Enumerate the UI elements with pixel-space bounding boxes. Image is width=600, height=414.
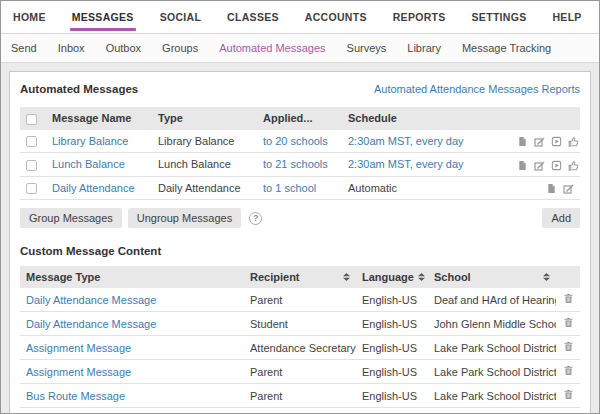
col-header-message-name: Message Name (46, 107, 152, 130)
ungroup-messages-button[interactable]: Ungroup Messages (128, 208, 241, 228)
subnav-item-send[interactable]: Send (11, 42, 37, 54)
recipient-cell: Attendance Secretary (244, 336, 356, 360)
trash-icon[interactable] (563, 293, 574, 304)
schedule-cell: Automatic (342, 176, 508, 200)
row-checkbox[interactable] (26, 160, 37, 171)
nav-item-social[interactable]: SOCIAL (158, 1, 203, 33)
subnav-item-surveys[interactable]: Surveys (347, 42, 387, 54)
language-cell: English-US (356, 360, 428, 384)
subnav-item-automated-messages[interactable]: Automated Messages (219, 42, 325, 54)
col-header-applied: Applied... (257, 107, 342, 130)
add-button[interactable]: Add (542, 208, 580, 228)
recipient-cell: Parent (244, 288, 356, 312)
nav-item-reports[interactable]: REPORTS (391, 1, 448, 33)
trash-icon[interactable] (563, 341, 574, 352)
table-row: Assignment Message Attendance Secretary … (20, 336, 580, 360)
nav-item-classes[interactable]: CLASSES (225, 1, 281, 33)
group-messages-button[interactable]: Group Messages (20, 208, 122, 228)
sort-icon[interactable] (343, 273, 350, 281)
message-type-link[interactable]: Daily Attendance Message (26, 294, 156, 306)
top-navigation: HOME MESSAGES SOCIAL CLASSES ACCOUNTS RE… (1, 1, 599, 34)
table-row: Assignment Message Parent English-US Lak… (20, 360, 580, 384)
recipient-cell: Parent (244, 360, 356, 384)
nav-item-home[interactable]: HOME (11, 1, 48, 33)
col-header-type: Type (152, 107, 257, 130)
message-type-cell: Daily Attendance (152, 176, 257, 200)
messages-subnav: Send Inbox Outbox Groups Automated Messa… (1, 34, 599, 63)
subnav-item-groups[interactable]: Groups (162, 42, 198, 54)
message-type-link[interactable]: Daily Attendance Message (26, 318, 156, 330)
automated-messages-title: Automated Messages (20, 83, 138, 95)
message-name-link[interactable]: Library Balance (52, 135, 128, 147)
subnav-item-library[interactable]: Library (407, 42, 441, 54)
language-cell: English-US (356, 384, 428, 408)
schedule-link[interactable]: 2:30am MST, every day (348, 158, 464, 170)
subnav-item-outbox[interactable]: Outbox (106, 42, 141, 54)
file-icon[interactable] (517, 136, 528, 147)
subnav-item-message-tracking[interactable]: Message Tracking (462, 42, 551, 54)
subnav-item-inbox[interactable]: Inbox (58, 42, 85, 54)
col-header-school[interactable]: School (428, 266, 556, 288)
row-checkbox[interactable] (26, 183, 37, 194)
thumbs-up-icon[interactable] (568, 160, 579, 171)
select-all-checkbox[interactable] (26, 114, 37, 125)
trash-icon[interactable] (563, 389, 574, 400)
nav-item-messages[interactable]: MESSAGES (70, 1, 136, 33)
row-checkbox[interactable] (26, 136, 37, 147)
col-header-recipient[interactable]: Recipient (244, 266, 356, 288)
automated-messages-table: Message Name Type Applied... Schedule Li… (20, 107, 580, 200)
message-name-link[interactable]: Lunch Balance (52, 158, 125, 170)
nav-item-help[interactable]: HELP (550, 1, 583, 33)
table-row: Daily Attendance Message Parent English-… (20, 288, 580, 312)
table-row: Daily Attendance Daily Attendance to 1 s… (20, 176, 580, 200)
message-type-cell: Library Balance (152, 130, 257, 153)
sort-icon[interactable] (543, 273, 550, 281)
file-icon[interactable] (517, 160, 528, 171)
nav-item-accounts[interactable]: ACCOUNTS (303, 1, 369, 33)
nav-item-settings[interactable]: SETTINGS (470, 1, 529, 33)
school-cell: Lake Park School District 1 (428, 336, 556, 360)
edit-icon[interactable] (563, 183, 574, 194)
custom-message-content-title: Custom Message Content (20, 245, 580, 257)
preview-icon[interactable] (551, 160, 562, 171)
language-cell: English-US (356, 312, 428, 336)
file-icon[interactable] (546, 183, 557, 194)
applied-schools-link[interactable]: to 20 schools (263, 135, 328, 147)
table-header-row: Message Name Type Applied... Schedule (20, 107, 580, 130)
col-header-schedule: Schedule (342, 107, 508, 130)
applied-schools-link[interactable]: to 1 school (263, 182, 316, 194)
custom-message-content-table: Message Type Recipient Language School D… (20, 266, 580, 408)
help-icon[interactable]: ? (249, 212, 262, 225)
edit-icon[interactable] (534, 160, 545, 171)
automated-attendance-reports-link[interactable]: Automated Attendance Messages Reports (374, 83, 580, 95)
school-cell: Lake Park School District 1 (428, 360, 556, 384)
message-name-link[interactable]: Daily Attendance (52, 182, 135, 194)
sort-icon[interactable] (418, 273, 425, 281)
school-cell: Lake Park School District 1 (428, 384, 556, 408)
table-row: Library Balance Library Balance to 20 sc… (20, 130, 580, 153)
school-cell: John Glenn Middle School (428, 312, 556, 336)
message-type-link[interactable]: Bus Route Message (26, 390, 125, 402)
message-type-link[interactable]: Assignment Message (26, 342, 131, 354)
trash-icon[interactable] (563, 365, 574, 376)
school-cell: Deaf and HArd of Hearing (428, 288, 556, 312)
schedule-link[interactable]: 2:30am MST, every day (348, 135, 464, 147)
trash-icon[interactable] (563, 317, 574, 328)
applied-schools-link[interactable]: to 21 schools (263, 158, 328, 170)
language-cell: English-US (356, 288, 428, 312)
main-menu: HOME MESSAGES SOCIAL CLASSES ACCOUNTS RE… (11, 1, 600, 33)
thumbs-up-icon[interactable] (568, 136, 579, 147)
col-header-language[interactable]: Language (356, 266, 428, 288)
table-row: Lunch Balance Lunch Balance to 21 school… (20, 153, 580, 177)
table-row: Bus Route Message Parent English-US Lake… (20, 384, 580, 408)
message-type-link[interactable]: Assignment Message (26, 366, 131, 378)
content-panel: Automated Messages Automated Attendance … (9, 71, 591, 414)
message-type-cell: Lunch Balance (152, 153, 257, 177)
edit-icon[interactable] (534, 136, 545, 147)
col-header-message-type: Message Type (20, 266, 244, 288)
language-cell: English-US (356, 336, 428, 360)
preview-icon[interactable] (551, 136, 562, 147)
recipient-cell: Parent (244, 384, 356, 408)
table-header-row: Message Type Recipient Language School (20, 266, 580, 288)
recipient-cell: Student (244, 312, 356, 336)
